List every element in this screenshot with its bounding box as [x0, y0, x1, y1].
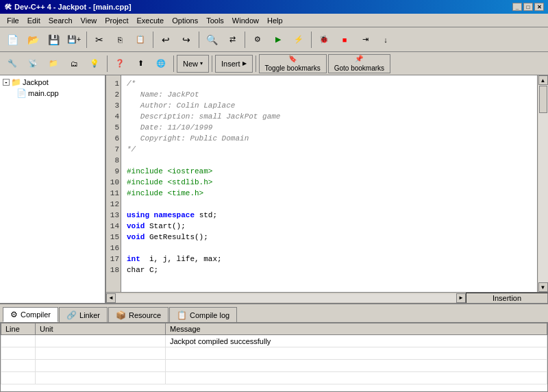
- toolbar-btn-7[interactable]: ⬆: [131, 55, 150, 73]
- toolbar-btn-4[interactable]: 🗂: [64, 55, 84, 73]
- scroll-down-arrow[interactable]: ▼: [538, 282, 548, 292]
- separator5: [311, 32, 312, 48]
- horizontal-scrollbar: ◄ ► Insertion: [106, 292, 548, 303]
- minimize-button[interactable]: _: [512, 3, 522, 11]
- goto-bookmarks-button[interactable]: 📌 Goto bookmarks: [328, 54, 390, 73]
- line-num: 2: [108, 89, 119, 100]
- maximize-button[interactable]: □: [523, 3, 533, 11]
- toolbar-btn-6[interactable]: ❓: [110, 55, 129, 73]
- toolbar-btn-2[interactable]: 📡: [23, 55, 42, 73]
- compile-run-button[interactable]: ⚡: [289, 30, 308, 49]
- table-row: [1, 347, 547, 360]
- menu-window[interactable]: Window: [228, 16, 263, 25]
- row3-unit: [36, 360, 166, 372]
- cut-button[interactable]: ✂: [90, 30, 109, 49]
- scroll-thumb[interactable]: [539, 86, 547, 113]
- paste-button[interactable]: 📋: [131, 30, 150, 49]
- scroll-left-arrow[interactable]: ◄: [106, 293, 116, 303]
- line-num: 7: [108, 144, 119, 155]
- col-header-unit: Unit: [36, 323, 166, 335]
- row4-line: [1, 372, 36, 384]
- menu-help[interactable]: Help: [263, 16, 287, 25]
- toolbar-btn-8[interactable]: 🌐: [151, 55, 171, 73]
- vertical-scrollbar[interactable]: ▲ ▼: [537, 75, 548, 292]
- toggle-bookmarks-label: Toggle bookmarks: [265, 64, 321, 72]
- debug-button[interactable]: 🐞: [314, 30, 334, 49]
- title-text: Dev-C++ 4 - Jackpot - [main.cpp]: [14, 3, 132, 11]
- tree-collapse-icon[interactable]: -: [3, 79, 10, 86]
- row1-line: [1, 335, 36, 347]
- menu-execute[interactable]: Execute: [132, 16, 168, 25]
- step-into-button[interactable]: ↓: [376, 30, 395, 49]
- replace-button[interactable]: ⇄: [223, 30, 242, 49]
- tree-file-main[interactable]: 📄 main.cpp: [15, 88, 103, 99]
- menu-view[interactable]: View: [77, 16, 101, 25]
- insert-label: Insert: [221, 60, 240, 68]
- line-num: 9: [108, 166, 119, 177]
- menu-file[interactable]: File: [3, 16, 23, 25]
- line-num: 4: [108, 111, 119, 122]
- file-icon: 📄: [16, 88, 27, 98]
- menu-tools[interactable]: Tools: [202, 16, 228, 25]
- menu-edit[interactable]: Edit: [23, 16, 45, 25]
- toggle-bookmarks-button[interactable]: 🔖 Toggle bookmarks: [259, 54, 327, 73]
- new-file-button[interactable]: 📄: [3, 30, 22, 49]
- copy-button[interactable]: ⎘: [110, 30, 129, 49]
- separator4: [245, 32, 245, 48]
- line-num: 3: [108, 100, 119, 111]
- menu-bar: File Edit Search View Project Execute Op…: [0, 14, 548, 27]
- line-num: 5: [108, 122, 119, 133]
- toolbar-btn-3[interactable]: 📁: [44, 55, 63, 73]
- tab-linker[interactable]: 🔗 Linker: [59, 307, 108, 322]
- insertion-label: Insertion: [493, 294, 521, 302]
- row2-line: [1, 347, 36, 360]
- row4-message: [166, 372, 547, 384]
- scroll-right-arrow[interactable]: ►: [456, 293, 466, 303]
- scroll-track[interactable]: [538, 85, 548, 282]
- table-row: Jackpot compiled successfully: [1, 335, 547, 347]
- tab-compile-log[interactable]: 📋 Compile log: [169, 307, 237, 322]
- line-num: 12: [108, 199, 119, 210]
- toolbar-btn-1[interactable]: 🔧: [3, 55, 22, 73]
- row3-message: [166, 360, 547, 372]
- line-num: 11: [108, 188, 119, 199]
- find-button[interactable]: 🔍: [202, 30, 221, 49]
- compile-button[interactable]: ⚙: [248, 30, 267, 49]
- scroll-up-arrow[interactable]: ▲: [538, 75, 548, 85]
- separator3: [199, 32, 199, 48]
- row4-unit: [36, 372, 166, 384]
- save-button[interactable]: 💾: [44, 30, 63, 49]
- code-editor[interactable]: /* Name: JackPot Author: Colin Laplace D…: [121, 75, 537, 292]
- redo-button[interactable]: ↪: [177, 30, 196, 49]
- file-tree: - 📁 Jackpot 📄 main.cpp: [0, 75, 106, 303]
- menu-options[interactable]: Options: [168, 16, 202, 25]
- tab-compiler[interactable]: ⚙ Compiler: [3, 307, 58, 322]
- menu-search[interactable]: Search: [45, 16, 77, 25]
- stop-button[interactable]: ■: [335, 30, 354, 49]
- row2-message: [166, 347, 547, 360]
- toolbar-btn-5[interactable]: 💡: [85, 55, 104, 73]
- run-button[interactable]: ▶: [269, 30, 288, 49]
- tab-resource[interactable]: 📦 Resource: [108, 307, 169, 322]
- line-num: 10: [108, 177, 119, 188]
- new-dropdown-button[interactable]: New ▾: [177, 55, 209, 73]
- col-header-message: Message: [166, 323, 547, 335]
- insert-dropdown-button[interactable]: Insert ▶: [215, 55, 253, 73]
- step-over-button[interactable]: ⇥: [356, 30, 375, 49]
- line-num: 13: [108, 210, 119, 221]
- h-scroll-track[interactable]: [116, 294, 456, 302]
- line-num: 16: [108, 243, 119, 254]
- open-file-button[interactable]: 📂: [23, 30, 42, 49]
- menu-project[interactable]: Project: [101, 16, 132, 25]
- project-icon: 📁: [11, 77, 21, 87]
- line-num: 14: [108, 221, 119, 232]
- bottom-panel: ⚙ Compiler 🔗 Linker 📦 Resource 📋 Compile…: [0, 303, 548, 392]
- separator9: [256, 56, 256, 72]
- editor-scroll: 1 2 3 4 5 6 7 8 9 10 11 12 13 14 15 16 1…: [106, 75, 548, 292]
- resource-tab-icon: 📦: [116, 310, 126, 320]
- goto-bookmarks-icon: 📌: [355, 55, 363, 62]
- tree-project-root[interactable]: - 📁 Jackpot: [1, 77, 103, 88]
- save-all-button[interactable]: 💾+: [64, 30, 84, 49]
- close-button[interactable]: ✕: [534, 3, 544, 11]
- undo-button[interactable]: ↩: [156, 30, 175, 49]
